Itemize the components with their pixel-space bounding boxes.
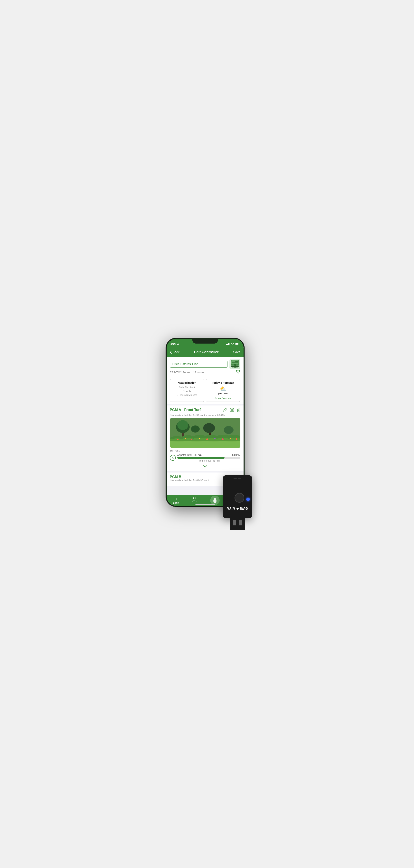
- garden-svg: [170, 418, 241, 447]
- controller-info-row: ESP-TM2 Series 12 zones: [170, 370, 241, 374]
- programmed-min: 41 min: [213, 459, 220, 462]
- next-irrigation-title: Next Irrigation: [172, 381, 202, 384]
- svg-point-37: [206, 438, 208, 440]
- irrigation-time: 7:54PM: [172, 389, 202, 393]
- svg-rect-3: [228, 343, 229, 345]
- program-a-left: PGM A - Front Turf: [170, 408, 201, 412]
- water-center-button[interactable]: [210, 496, 220, 505]
- trash-icon: [237, 408, 241, 412]
- prong-right: [238, 520, 242, 525]
- program-a-title: PGM A - Front Turf: [170, 408, 201, 412]
- back-button[interactable]: Back: [170, 350, 180, 354]
- plus-minus-icon: + / -: [174, 496, 179, 501]
- irrigation-duration: 5 Hours 6 Minutes: [172, 393, 202, 397]
- svg-point-31: [224, 426, 233, 434]
- bottom-nav-zone[interactable]: + / - ZONE: [173, 496, 179, 504]
- forecast-card[interactable]: Today's Forecast ⛅ 97° 75° 5-day Forecas…: [206, 379, 241, 402]
- svg-text:31: 31: [193, 500, 195, 502]
- program-a-section: PGM A - Front Turf: [167, 405, 244, 471]
- device-vents: [223, 475, 252, 479]
- program-b-left: PGM B Next run is scheduled for 0 h 30 m…: [170, 475, 211, 483]
- save-button[interactable]: Save: [233, 350, 240, 354]
- program-a-days: Tu/Th/Sa: [170, 449, 241, 452]
- svg-point-15: [238, 361, 238, 362]
- vent-2: [238, 477, 242, 479]
- brand-logo: RAIN BIRD: [225, 507, 250, 510]
- progress-marker: [228, 457, 228, 459]
- forecast-weather-icon: ⛅: [208, 385, 238, 392]
- prong-left: [233, 520, 236, 525]
- forecast-body: ⛅ 97° 75° 5-day Forecast: [208, 385, 238, 400]
- svg-point-41: [236, 438, 237, 440]
- device-led: [246, 498, 250, 501]
- wifi-status-icon: [231, 343, 234, 345]
- program-schedule: % Adjusted Total 39 min 6:00AM: [170, 454, 241, 462]
- adjusted-label: Adjusted Total 39 min: [177, 454, 202, 457]
- brand-suffix: BIRD: [240, 507, 248, 510]
- svg-point-40: [230, 438, 231, 439]
- forecast-title: Today's Forecast: [208, 381, 238, 384]
- svg-point-32: [191, 426, 200, 433]
- controller-name-input[interactable]: [170, 361, 227, 368]
- controller-name-row: RAIN▶BIRD: [170, 359, 241, 369]
- device-button[interactable]: [234, 493, 244, 503]
- expand-chevron[interactable]: [170, 463, 241, 469]
- pencil-icon: [223, 408, 227, 412]
- progress-fill: [177, 457, 225, 459]
- svg-point-39: [222, 438, 224, 440]
- next-irrigation-body: Side Shrubs A 7:54PM 5 Hours 6 Minutes: [172, 385, 202, 397]
- controller-device-icon: [231, 360, 239, 367]
- notch: [192, 338, 218, 344]
- svg-point-14: [236, 361, 237, 362]
- svg-point-38: [214, 438, 216, 439]
- svg-point-30: [203, 423, 215, 433]
- programmed-label: Programmed: [198, 459, 212, 462]
- zone-label: ZONE: [173, 502, 179, 504]
- status-time: 4:26: [171, 342, 179, 345]
- location-icon: [177, 343, 179, 345]
- svg-point-21: [231, 410, 232, 410]
- programmed-row: Programmed 41 min: [177, 459, 241, 462]
- bottom-nav-schedule[interactable]: 31: [192, 497, 197, 503]
- rainbird-device: RAIN BIRD: [219, 475, 254, 530]
- svg-point-34: [185, 438, 186, 439]
- bottom-nav-water[interactable]: [210, 496, 220, 505]
- delete-program-icon[interactable]: [237, 408, 241, 413]
- svg-rect-8: [235, 343, 238, 344]
- info-cards: Next Irrigation Side Shrubs A 7:54PM 5 H…: [167, 377, 244, 404]
- wifi-signal-icon: [236, 370, 241, 374]
- svg-rect-7: [239, 344, 240, 344]
- svg-text:-: -: [177, 499, 177, 501]
- forecast-temperature: 97° 75°: [208, 393, 238, 396]
- svg-rect-1: [226, 344, 227, 345]
- camera-icon: [230, 408, 234, 412]
- back-chevron-icon: [170, 351, 172, 354]
- svg-point-33: [177, 439, 179, 440]
- svg-point-19: [238, 373, 238, 374]
- calendar-icon: 31: [192, 497, 197, 503]
- device-logo: RAIN BIRD: [225, 507, 250, 510]
- bird-logo-icon: [236, 507, 239, 510]
- svg-marker-0: [177, 343, 179, 345]
- svg-point-35: [191, 439, 192, 440]
- svg-point-29: [177, 420, 188, 430]
- schedule-labels-top: Adjusted Total 39 min 6:00AM: [177, 454, 241, 457]
- next-irrigation-card: Next Irrigation Side Shrubs A 7:54PM 5 H…: [170, 379, 204, 402]
- program-a-image: [170, 418, 241, 447]
- home-indicator: [195, 504, 215, 505]
- svg-rect-4: [229, 343, 230, 345]
- svg-rect-18: [231, 366, 239, 367]
- rb-logo-small: RAIN▶BIRD: [232, 367, 237, 368]
- program-b-title: PGM B: [170, 475, 211, 479]
- moisture-percent-icon: %: [170, 455, 176, 461]
- brand-name: RAIN: [226, 507, 235, 510]
- controller-header: RAIN▶BIRD ESP-TM2 Series 12 zones: [167, 357, 244, 377]
- svg-point-36: [199, 438, 200, 439]
- forecast-link[interactable]: 5-day Forecast: [208, 397, 238, 400]
- program-a-actions: [223, 408, 241, 413]
- svg-point-5: [232, 344, 232, 345]
- edit-program-icon[interactable]: [223, 408, 227, 413]
- camera-program-icon[interactable]: [230, 408, 234, 413]
- svg-rect-12: [232, 361, 236, 361]
- wifi-icon: [236, 370, 241, 374]
